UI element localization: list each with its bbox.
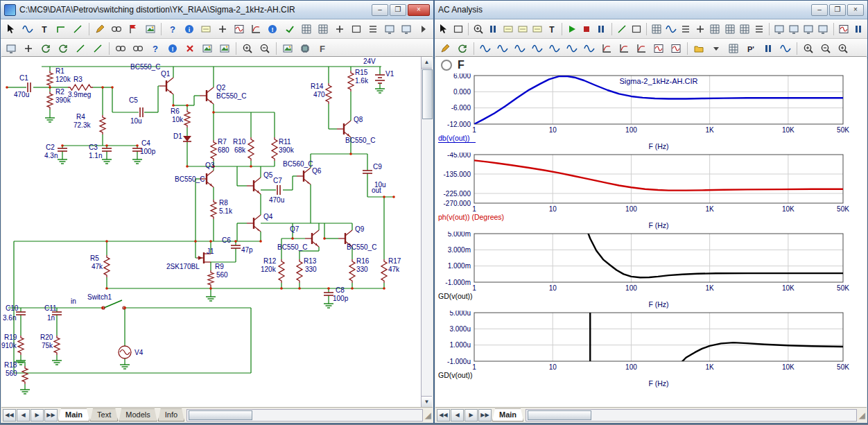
chart-canvas-1[interactable]: 6.0000.000-6.000-12.0001101001K10K50KSig… xyxy=(435,73,865,152)
plot-tab-main[interactable]: Main xyxy=(492,408,523,422)
find-component-icon[interactable] xyxy=(109,21,125,37)
sheet-tab-info[interactable]: Info xyxy=(158,408,184,422)
select-tool-icon[interactable] xyxy=(437,21,451,37)
one-graph-icon[interactable] xyxy=(772,21,786,37)
sheet-tab-main[interactable]: Main xyxy=(58,408,89,422)
cursor-mode-icon[interactable] xyxy=(486,21,500,37)
redo-icon[interactable] xyxy=(55,40,71,56)
properties-icon[interactable] xyxy=(3,40,19,56)
global-low-icon[interactable] xyxy=(581,40,598,56)
query-icon[interactable] xyxy=(147,40,164,56)
plus-marks-icon[interactable] xyxy=(693,21,707,37)
horizontal-scroll-thumb[interactable] xyxy=(528,410,591,420)
conditions-toggle-icon[interactable] xyxy=(281,21,297,37)
info-message-icon[interactable] xyxy=(164,40,181,56)
stop-icon[interactable] xyxy=(580,21,593,37)
data-points-icon[interactable] xyxy=(650,21,663,37)
chart-canvas-2[interactable]: -45.000-135.000-225.000-270.0001101001K1… xyxy=(435,153,865,231)
graphics-mode-icon[interactable] xyxy=(92,21,108,37)
pause-icon[interactable] xyxy=(594,21,608,37)
picture-mode-icon[interactable] xyxy=(142,21,158,37)
bitmap-icon[interactable] xyxy=(279,40,296,56)
info-mode-icon[interactable] xyxy=(181,21,197,37)
schematic-canvas[interactable]: C1470uR1120kR33.9megR2390kR472.3kC24.3nC… xyxy=(1,57,423,409)
wire-mode-icon[interactable] xyxy=(19,21,35,37)
close-button[interactable]: × xyxy=(847,4,864,16)
p-prime-icon[interactable] xyxy=(743,40,759,56)
tab-last-button[interactable]: ▶▶ xyxy=(44,409,58,422)
flag-mode-icon[interactable] xyxy=(125,21,141,37)
grid-panel-icon[interactable] xyxy=(725,40,742,56)
point-tag-icon[interactable] xyxy=(501,21,515,37)
title-block-toggle-icon[interactable] xyxy=(365,21,381,37)
tab-prev-button[interactable]: ◀ xyxy=(17,409,30,422)
find-next-icon[interactable] xyxy=(130,40,146,56)
horizontal-scroll-thumb[interactable] xyxy=(189,410,252,420)
undo-icon[interactable] xyxy=(37,40,54,56)
text-mode-icon[interactable] xyxy=(36,21,52,37)
node-numbers-toggle-icon[interactable] xyxy=(215,21,231,37)
horizontal-tag-icon[interactable] xyxy=(516,21,530,37)
waveform-buffer-dropdown-icon[interactable] xyxy=(708,40,724,56)
vertical-axis-grids-icon[interactable] xyxy=(723,21,737,37)
autoscale-icon[interactable] xyxy=(835,40,851,56)
zoom-out-icon[interactable] xyxy=(257,40,273,56)
maximize-button[interactable]: ❐ xyxy=(390,4,406,16)
border-toggle-icon[interactable] xyxy=(349,21,365,37)
ac-analysis-titlebar[interactable]: AC Analysis – ❐ × xyxy=(435,1,867,19)
scale-mode-icon[interactable] xyxy=(471,21,485,37)
refresh-plot-icon[interactable] xyxy=(454,40,471,56)
zoom-in-icon[interactable] xyxy=(800,40,817,56)
diagonal-wire-mode-icon[interactable] xyxy=(70,21,86,37)
scroll-up-button[interactable]: ▲ xyxy=(422,57,432,69)
horizontal-axis-grids-icon[interactable] xyxy=(708,21,722,37)
sheet-tab-models[interactable]: Models xyxy=(119,408,157,422)
split-vertical-icon[interactable] xyxy=(816,21,830,37)
close-button[interactable]: × xyxy=(408,4,430,16)
vertical-scrollbar[interactable]: ▲ ▼ xyxy=(421,57,433,408)
split-horizontal-icon[interactable] xyxy=(801,21,815,37)
flip-vertical-icon[interactable] xyxy=(72,40,89,56)
scope-view-icon[interactable] xyxy=(837,21,851,37)
chart-canvas-4[interactable]: 5.000u3.000u1.000u-1.000u1101001K10K50KG… xyxy=(435,311,865,389)
step-box-icon[interactable] xyxy=(382,21,398,37)
high-icon[interactable] xyxy=(512,40,528,56)
crosshair-toggle-icon[interactable] xyxy=(331,21,347,37)
tab-first-button[interactable]: ◀◀ xyxy=(3,409,16,422)
tab-next-button[interactable]: ▶ xyxy=(31,409,44,422)
go-to-branch-icon[interactable] xyxy=(633,40,650,56)
tab-prev-button[interactable]: ◀ xyxy=(451,409,464,422)
tab-first-button[interactable]: ◀◀ xyxy=(437,409,450,422)
waveform-label[interactable]: ph(v(out)) (Degrees) xyxy=(438,213,504,221)
resize-grip[interactable]: ◢ xyxy=(425,410,431,421)
tokens-icon[interactable] xyxy=(664,21,678,37)
cursor-lines-icon[interactable] xyxy=(851,21,865,37)
valley-icon[interactable] xyxy=(494,40,511,56)
minor-log-grids-icon[interactable] xyxy=(738,21,752,37)
horizontal-scrollbar[interactable] xyxy=(186,409,423,422)
error-message-icon[interactable] xyxy=(182,40,198,56)
currents-toggle-icon[interactable] xyxy=(248,21,264,37)
schematic-window-titlebar[interactable]: C:\MC9\DATA\Petrov\switching distortion\… xyxy=(1,1,433,19)
waveform-buffer-icon[interactable] xyxy=(691,40,707,56)
peak-icon[interactable] xyxy=(477,40,494,56)
attribute-text-toggle-icon[interactable] xyxy=(198,21,214,37)
graph-pane-icon[interactable] xyxy=(451,21,465,37)
select-tool-icon[interactable] xyxy=(3,21,19,37)
waveform-label[interactable]: GD(v(out)) xyxy=(438,292,473,300)
polygon-mode-icon[interactable] xyxy=(630,21,643,37)
toolbar-overflow-icon[interactable] xyxy=(415,21,431,37)
ruler-icon[interactable] xyxy=(679,21,693,37)
align-cursors-icon[interactable] xyxy=(760,40,776,56)
low-icon[interactable] xyxy=(529,40,546,56)
zoom-out-icon[interactable] xyxy=(817,40,834,56)
waveform-label[interactable]: db(v(out)) xyxy=(438,134,470,142)
pin-connections-toggle-icon[interactable] xyxy=(298,21,314,37)
find-icon[interactable] xyxy=(112,40,129,56)
chip-icon[interactable] xyxy=(297,40,313,56)
flip-horizontal-icon[interactable] xyxy=(89,40,106,56)
run-icon[interactable] xyxy=(565,21,579,37)
power-toggle-icon[interactable] xyxy=(265,21,281,37)
sheet-tab-text[interactable]: Text xyxy=(90,408,118,422)
global-high-icon[interactable] xyxy=(564,40,580,56)
